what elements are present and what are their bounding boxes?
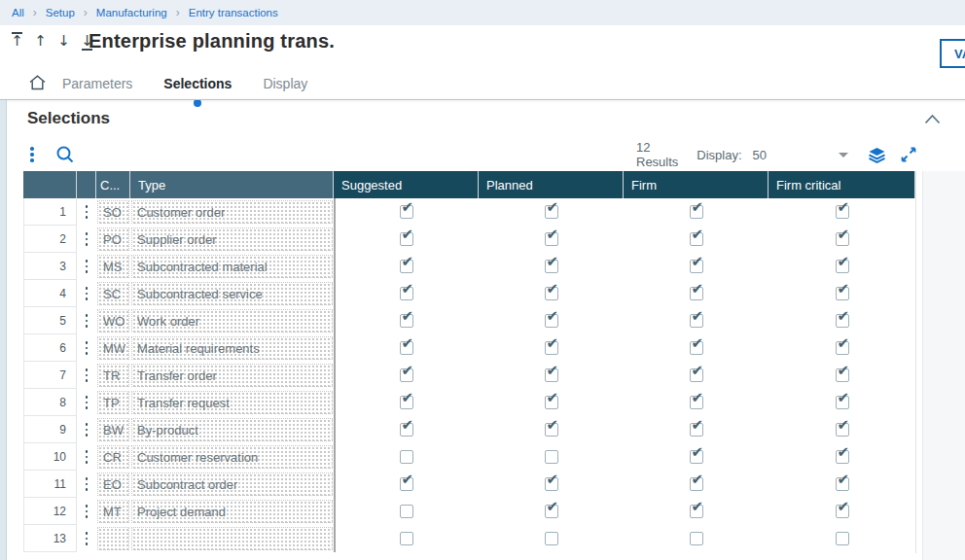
- checkbox-planned[interactable]: [545, 314, 558, 328]
- code-field[interactable]: CR: [97, 445, 129, 469]
- scrollbar-track[interactable]: [922, 171, 965, 560]
- checkbox-firm-critical[interactable]: [836, 368, 849, 382]
- checkbox-suggested[interactable]: [400, 341, 413, 355]
- checkbox-firm-critical[interactable]: [836, 423, 849, 437]
- column-header-planned[interactable]: Planned: [479, 171, 624, 198]
- row-actions-cell[interactable]: [77, 307, 96, 334]
- row-actions-cell[interactable]: [77, 389, 96, 416]
- collapse-panel-icon[interactable]: [924, 114, 941, 124]
- dropdown-caret-icon[interactable]: [839, 153, 848, 158]
- row-kebab-menu-icon[interactable]: [86, 205, 89, 218]
- type-field[interactable]: Work order: [131, 309, 333, 332]
- type-field[interactable]: Supplier order: [131, 228, 333, 251]
- display-value[interactable]: 50: [753, 148, 767, 162]
- code-field[interactable]: TP: [97, 391, 129, 414]
- type-field[interactable]: Project demand: [131, 500, 333, 523]
- checkbox-firm-critical[interactable]: [836, 287, 849, 300]
- checkbox-suggested[interactable]: [400, 205, 413, 219]
- row-kebab-menu-icon[interactable]: [86, 314, 89, 327]
- code-field[interactable]: MW: [97, 336, 129, 360]
- code-field[interactable]: TR: [97, 364, 129, 387]
- type-field[interactable]: Transfer request: [131, 391, 333, 414]
- home-icon[interactable]: [28, 74, 47, 91]
- next-record-icon[interactable]: ↓: [56, 32, 71, 51]
- checkbox-firm[interactable]: [690, 532, 703, 545]
- type-field[interactable]: Subcontracted service: [131, 282, 333, 305]
- checkbox-suggested[interactable]: [400, 314, 413, 328]
- checkbox-suggested[interactable]: [400, 532, 413, 545]
- column-header-actions[interactable]: [77, 171, 96, 198]
- checkbox-firm-critical[interactable]: [836, 396, 849, 409]
- type-field[interactable]: By-product: [131, 418, 333, 441]
- checkbox-firm-critical[interactable]: [836, 341, 849, 355]
- breadcrumb-link-all[interactable]: All: [12, 7, 24, 18]
- checkbox-firm-critical[interactable]: [836, 532, 849, 545]
- checkbox-firm[interactable]: [690, 260, 703, 273]
- code-field[interactable]: SC: [97, 282, 129, 305]
- checkbox-planned[interactable]: [545, 260, 558, 273]
- code-field[interactable]: WO: [97, 309, 129, 332]
- code-field[interactable]: EO: [97, 472, 129, 496]
- row-kebab-menu-icon[interactable]: [86, 341, 89, 354]
- frozen-pane-splitter[interactable]: [334, 198, 336, 552]
- checkbox-planned[interactable]: [545, 368, 558, 382]
- tab-selections[interactable]: Selections: [161, 72, 233, 101]
- type-field[interactable]: Customer reservation: [131, 445, 333, 469]
- checkbox-suggested[interactable]: [400, 396, 413, 409]
- tab-display[interactable]: Display: [261, 72, 309, 101]
- breadcrumb-link-setup[interactable]: Setup: [46, 7, 75, 18]
- column-header-firm[interactable]: Firm: [624, 171, 768, 198]
- checkbox-firm-critical[interactable]: [836, 260, 849, 273]
- row-actions-cell[interactable]: [77, 253, 96, 280]
- checkbox-firm[interactable]: [690, 505, 703, 518]
- checkbox-suggested[interactable]: [400, 287, 413, 300]
- checkbox-firm-critical[interactable]: [836, 505, 849, 518]
- checkbox-firm[interactable]: [690, 396, 703, 409]
- checkbox-firm[interactable]: [690, 341, 703, 355]
- layers-icon[interactable]: [868, 147, 886, 163]
- checkbox-firm-critical[interactable]: [836, 314, 849, 328]
- checkbox-suggested[interactable]: [400, 505, 413, 518]
- breadcrumb-link-entry-transactions[interactable]: Entry transactions: [189, 7, 278, 18]
- column-header-code[interactable]: C...: [96, 171, 130, 198]
- checkbox-planned[interactable]: [545, 450, 558, 464]
- type-field[interactable]: Subcontracted material: [131, 255, 333, 278]
- checkbox-firm[interactable]: [690, 450, 703, 464]
- row-actions-cell[interactable]: [77, 226, 96, 253]
- checkbox-planned[interactable]: [545, 532, 558, 545]
- column-header-firm-critical[interactable]: Firm critical: [768, 171, 915, 198]
- row-kebab-menu-icon[interactable]: [86, 396, 89, 408]
- checkbox-suggested[interactable]: [400, 232, 413, 246]
- checkbox-planned[interactable]: [545, 477, 558, 491]
- code-field[interactable]: PO: [97, 228, 129, 251]
- row-kebab-menu-icon[interactable]: [86, 287, 89, 299]
- search-icon[interactable]: [55, 145, 75, 164]
- row-kebab-menu-icon[interactable]: [86, 368, 89, 381]
- checkbox-firm[interactable]: [690, 205, 703, 219]
- tab-parameters[interactable]: Parameters: [60, 72, 134, 101]
- type-field[interactable]: Subcontract order: [131, 472, 333, 496]
- checkbox-firm-critical[interactable]: [836, 232, 849, 246]
- checkbox-planned[interactable]: [545, 232, 558, 246]
- checkbox-suggested[interactable]: [400, 423, 413, 437]
- type-field[interactable]: Transfer order: [131, 364, 333, 387]
- previous-record-icon[interactable]: ↑: [33, 32, 48, 51]
- row-actions-cell[interactable]: [77, 471, 96, 498]
- type-field[interactable]: Customer order: [131, 200, 333, 224]
- checkbox-firm[interactable]: [690, 423, 703, 437]
- checkbox-suggested[interactable]: [400, 260, 413, 273]
- checkbox-firm[interactable]: [690, 368, 703, 382]
- checkbox-planned[interactable]: [545, 423, 558, 437]
- code-field[interactable]: [97, 527, 129, 550]
- code-field[interactable]: MS: [97, 255, 129, 278]
- kebab-menu-icon[interactable]: [30, 147, 34, 162]
- validate-button[interactable]: VA: [940, 39, 965, 68]
- row-kebab-menu-icon[interactable]: [86, 423, 89, 436]
- row-kebab-menu-icon[interactable]: [86, 477, 89, 490]
- checkbox-suggested[interactable]: [400, 450, 413, 464]
- breadcrumb-link-manufacturing[interactable]: Manufacturing: [96, 7, 167, 18]
- row-kebab-menu-icon[interactable]: [86, 232, 89, 245]
- checkbox-planned[interactable]: [545, 287, 558, 300]
- checkbox-firm[interactable]: [690, 477, 703, 491]
- row-actions-cell[interactable]: [77, 362, 96, 389]
